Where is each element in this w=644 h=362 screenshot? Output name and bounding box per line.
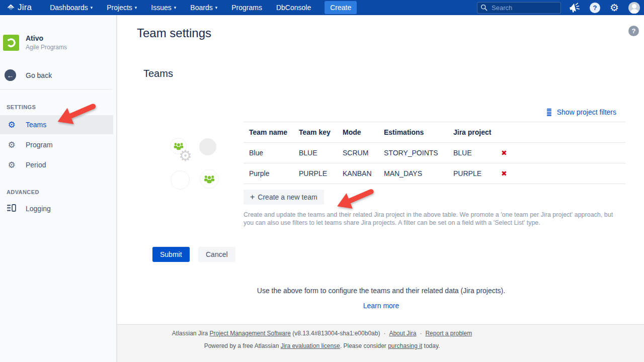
avatar-body [630, 9, 638, 14]
chevron-down-icon: ▾ [135, 5, 137, 10]
teams-section-heading: Teams [143, 68, 173, 79]
cell-estimations: STORY_POINTS [378, 143, 448, 163]
jira-wordmark: Jira [18, 3, 32, 13]
nav-issues[interactable]: Issues▾ [151, 4, 176, 12]
nav-dashboards[interactable]: Dashboards▾ [50, 4, 93, 12]
teams-table: Team name Team key Mode Estimations Jira… [244, 122, 625, 184]
cell-team-key: PURPLE [293, 163, 337, 184]
evaluation-license-link[interactable]: Jira evaluation license [281, 342, 340, 349]
project-meta: Ativo Agile Programs [26, 34, 67, 51]
cancel-button[interactable]: Cancel [198, 247, 235, 262]
nav-boards[interactable]: Boards▾ [190, 4, 217, 12]
purchasing-link[interactable]: purchasing it [388, 342, 422, 349]
avatar-head [632, 4, 636, 9]
table-header-row: Team name Team key Mode Estimations Jira… [244, 122, 625, 143]
cell-team-name: Purple [244, 163, 293, 184]
cell-team-name: Blue [244, 143, 293, 163]
gear-icon: ⚙ [179, 148, 192, 163]
teams-description: Create and update the teams and their re… [244, 211, 620, 227]
illustration-circle [199, 138, 216, 155]
table-row: Purple PURPLE KANBAN MAN_DAYS PURPLE ✖ [244, 163, 625, 184]
chevron-down-icon: ▾ [91, 5, 93, 10]
col-header-team-name: Team name [244, 122, 293, 143]
page-help-icon[interactable]: ? [628, 26, 639, 36]
project-header: Ativo Agile Programs [0, 15, 116, 51]
report-problem-link[interactable]: Report a problem [425, 330, 472, 337]
sidebar-item-program[interactable]: ⚙ Program [0, 135, 113, 154]
col-header-jira-project: Jira project [448, 122, 496, 143]
learn-more-link[interactable]: Learn more [363, 302, 399, 310]
search-input[interactable] [477, 2, 561, 14]
annotation-arrow-teams [56, 102, 98, 126]
col-header-actions [496, 122, 625, 143]
sidebar-item-period[interactable]: ⚙ Period [0, 155, 113, 174]
log-icon [7, 204, 17, 213]
gear-icon: ⚙ [7, 141, 17, 149]
delete-team-icon[interactable]: ✖ [501, 149, 507, 157]
advanced-section-heading: ADVANCED [0, 174, 116, 195]
create-button[interactable]: Create [325, 1, 357, 14]
col-header-team-key: Team key [293, 122, 337, 143]
page-title: Team settings [137, 26, 211, 40]
table-row: Blue BLUE SCRUM STORY_POINTS BLUE ✖ [244, 143, 625, 163]
cell-jira-project: BLUE [448, 143, 496, 163]
cell-estimations: MAN_DAYS [378, 163, 448, 184]
back-arrow-icon: ← [5, 69, 16, 81]
help-icon[interactable]: ? [590, 3, 600, 13]
nav-projects[interactable]: Projects▾ [107, 4, 137, 12]
cell-jira-project: PURPLE [448, 163, 496, 184]
announcement-icon[interactable] [569, 3, 580, 13]
search-icon [480, 4, 488, 11]
go-back-label: Go back [26, 71, 52, 79]
chevron-down-icon: ▾ [215, 5, 218, 10]
sidebar-item-logging[interactable]: Logging [0, 199, 113, 218]
jira-logo-icon [7, 4, 15, 12]
about-jira-link[interactable]: About Jira [389, 330, 416, 337]
gear-icon: ⚙ [7, 161, 17, 169]
col-header-estimations: Estimations [378, 122, 448, 143]
sidebar: Ativo Agile Programs ← Go back SETTINGS … [0, 15, 117, 362]
user-avatar[interactable] [628, 2, 640, 14]
col-header-mode: Mode [337, 122, 378, 143]
main-content: Team settings ? Teams Show project filte… [118, 15, 644, 324]
illustration-circle [200, 169, 219, 189]
ativo-logo-icon [3, 35, 19, 51]
cell-team-key: BLUE [293, 143, 337, 163]
form-hint-text: Use the above form to configure the team… [118, 287, 644, 295]
filter-list-icon [546, 109, 552, 116]
nav-dbconsole[interactable]: DbConsole [276, 4, 311, 12]
plus-icon: + [250, 193, 255, 201]
learn-more-link-wrap: Learn more [118, 302, 644, 310]
cell-mode: KANBAN [337, 163, 378, 184]
navbar-icons: ? ⚙ [569, 2, 644, 14]
project-subtitle: Agile Programs [26, 44, 67, 51]
annotation-arrow-create-team [334, 187, 377, 210]
create-new-team-button[interactable]: +Create a new team [244, 190, 324, 205]
nav-programs[interactable]: Programs [231, 4, 262, 12]
chevron-down-icon: ▾ [174, 5, 177, 10]
team-people-icon [203, 174, 215, 184]
submit-button[interactable]: Submit [152, 247, 190, 262]
go-back-button[interactable]: ← Go back [0, 51, 116, 81]
cell-mode: SCRUM [337, 143, 378, 163]
gear-icon: ⚙ [7, 121, 17, 129]
top-navbar: Jira Dashboards▾ Projects▾ Issues▾ Board… [0, 0, 644, 15]
project-name: Ativo [26, 34, 67, 42]
navbar-menu: Dashboards▾ Projects▾ Issues▾ Boards▾ Pr… [50, 4, 311, 12]
show-project-filters-link[interactable]: Show project filters [546, 108, 616, 116]
search-box [477, 2, 561, 14]
version-text: (v8.13.4#813004-sha1:e00b0ab) [291, 330, 380, 337]
project-management-software-link[interactable]: Project Management Software [210, 330, 291, 337]
illustration-circle [171, 170, 190, 190]
delete-team-icon[interactable]: ✖ [501, 169, 507, 177]
jira-logo[interactable]: Jira [7, 3, 32, 13]
teams-illustration: ⚙ [169, 137, 224, 193]
gear-icon[interactable]: ⚙ [610, 3, 619, 13]
